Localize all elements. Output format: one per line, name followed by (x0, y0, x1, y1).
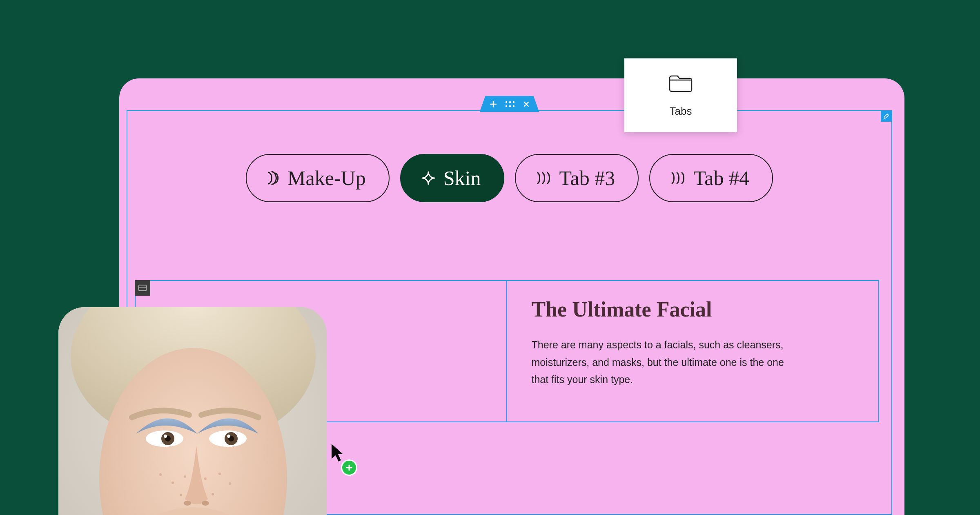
svg-point-23 (172, 482, 174, 484)
tab-skin[interactable]: Skin (400, 154, 505, 202)
content-heading[interactable]: The Ultimate Facial (532, 297, 854, 321)
tabs-row: Make-Up Skin Tab #3 Tab #4 (127, 154, 891, 202)
dragged-image[interactable] (58, 307, 327, 515)
text-column[interactable]: The Ultimate Facial There are many aspec… (507, 281, 879, 421)
folder-icon (668, 73, 693, 94)
svg-point-3 (505, 105, 507, 107)
ripples-icon (535, 170, 552, 186)
svg-point-4 (509, 105, 510, 107)
section-handle[interactable] (480, 96, 539, 112)
tab-4[interactable]: Tab #4 (649, 154, 773, 202)
svg-point-24 (184, 475, 186, 478)
ripples-icon (670, 170, 686, 186)
svg-point-0 (505, 101, 507, 103)
svg-point-2 (512, 101, 514, 103)
svg-point-26 (218, 473, 221, 475)
tab-label: Skin (443, 166, 481, 190)
svg-point-28 (180, 494, 182, 496)
svg-point-20 (184, 501, 191, 506)
portrait-image (58, 307, 327, 515)
tab-makeup[interactable]: Make-Up (246, 154, 390, 202)
svg-point-5 (512, 105, 514, 107)
tab-label: Tab #3 (559, 166, 615, 190)
widget-card-label: Tabs (670, 105, 692, 118)
drag-grid-icon[interactable] (505, 101, 515, 107)
tab-3[interactable]: Tab #3 (515, 154, 639, 202)
svg-point-18 (164, 435, 167, 438)
add-drop-badge (342, 461, 356, 475)
svg-point-1 (509, 101, 510, 103)
tabs-widget-card[interactable]: Tabs (624, 58, 737, 132)
tab-label: Make-Up (287, 166, 366, 190)
add-section-icon[interactable] (490, 100, 497, 108)
svg-point-25 (204, 477, 207, 480)
svg-point-19 (227, 435, 230, 438)
close-section-icon[interactable] (523, 101, 530, 107)
edit-section-button[interactable] (881, 110, 892, 122)
svg-point-22 (159, 473, 162, 476)
tab-label: Tab #4 (693, 166, 749, 190)
svg-point-29 (212, 493, 214, 495)
svg-point-27 (229, 482, 231, 485)
cursor-icon (331, 443, 345, 464)
svg-point-21 (202, 501, 209, 506)
sparkle-icon (421, 170, 436, 186)
content-body[interactable]: There are many aspects to a facials, suc… (532, 336, 785, 388)
pencil-icon (883, 113, 890, 119)
waves-icon (266, 170, 280, 186)
